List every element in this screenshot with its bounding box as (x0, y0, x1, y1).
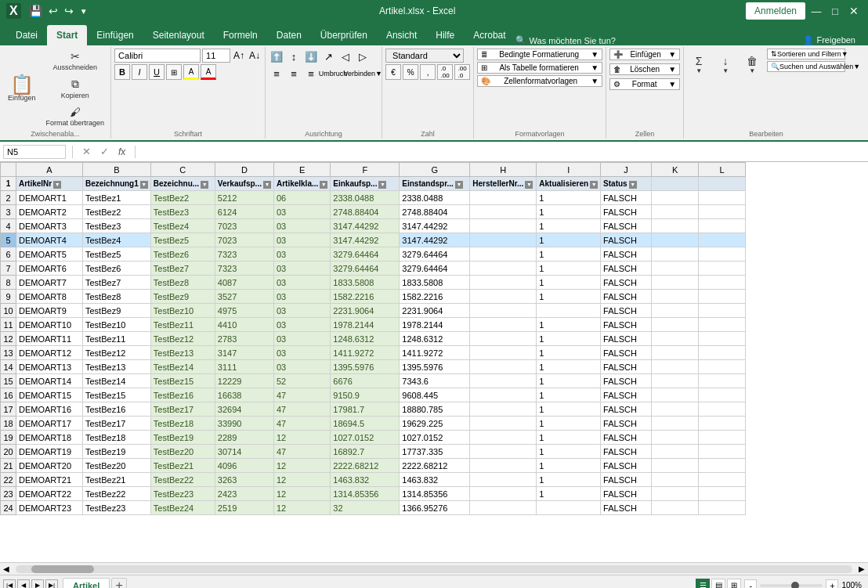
align-middle-button[interactable]: ↕ (286, 49, 302, 64)
table-cell[interactable] (699, 262, 746, 276)
scroll-thumb-h[interactable] (31, 565, 94, 573)
table-cell[interactable]: 03 (273, 219, 330, 233)
sheet-next-btn[interactable]: ▶ (31, 579, 44, 589)
col-header-C[interactable]: C (150, 163, 215, 177)
table-cell[interactable]: 1 (537, 332, 601, 346)
table-cell[interactable] (470, 374, 537, 388)
table-cell[interactable] (699, 360, 746, 374)
table-cell[interactable]: 2783 (215, 332, 273, 346)
table-cell[interactable]: FALSCH (601, 318, 652, 332)
decimal-inc-button[interactable]: .0.00 (437, 64, 453, 80)
table-cell[interactable]: FALSCH (601, 417, 652, 431)
text-direction-button[interactable]: ↗ (320, 49, 336, 64)
table-cell[interactable]: TestBez18 (83, 431, 151, 445)
table-cell[interactable] (699, 304, 746, 318)
table-cell[interactable]: 1978.2144 (331, 318, 400, 332)
table-cell[interactable]: TestBez12 (83, 346, 151, 360)
tab-start[interactable]: Start (47, 25, 87, 45)
table-cell[interactable]: TestBez10 (83, 318, 151, 332)
table-cell[interactable]: FALSCH (601, 247, 652, 262)
table-cell[interactable]: FALSCH (601, 388, 652, 402)
table-cell[interactable]: FALSCH (601, 233, 652, 247)
delete-cells-button[interactable]: 🗑 Löschen ▼ (609, 63, 680, 75)
accounting-format-button[interactable]: € (385, 64, 401, 80)
signin-button[interactable]: Anmelden (746, 2, 805, 20)
table-cell[interactable] (652, 402, 699, 417)
table-cell[interactable] (652, 219, 699, 233)
table-row[interactable]: 15DEMOART14TestBez14TestBez1512229526676… (1, 374, 746, 388)
table-cell[interactable]: 18880.785 (400, 402, 470, 417)
table-cell[interactable]: TestBez11 (150, 318, 215, 332)
formula-input[interactable] (142, 147, 865, 157)
table-cell[interactable]: DEMOART10 (16, 318, 83, 332)
table-row[interactable]: 12DEMOART11TestBez11TestBez122783031248.… (1, 332, 746, 346)
qat-dropdown-btn[interactable]: ▼ (78, 7, 89, 16)
table-cell[interactable] (652, 417, 699, 431)
tab-daten[interactable]: Daten (267, 25, 311, 45)
table-cell[interactable]: TestBez9 (150, 290, 215, 304)
table-cell[interactable]: TestBez4 (83, 233, 151, 247)
col-header-E[interactable]: E (273, 163, 330, 177)
table-cell[interactable]: 1 (537, 487, 601, 501)
table-cell[interactable]: 1248.6312 (400, 332, 470, 346)
table-cell[interactable]: 1 (537, 417, 601, 431)
table-cell[interactable] (699, 473, 746, 487)
table-cell[interactable]: 4096 (215, 459, 273, 473)
table-cell[interactable] (470, 388, 537, 402)
sheet-area[interactable]: A B C D E F G H I J K L 1 Art (0, 162, 868, 562)
table-cell[interactable] (470, 262, 537, 276)
tab-hilfe[interactable]: Hilfe (426, 25, 464, 45)
cell-styles-button[interactable]: 🎨 Zellenformatvorlagen ▼ (477, 75, 602, 87)
table-cell[interactable] (652, 332, 699, 346)
table-cell[interactable] (652, 459, 699, 473)
table-cell[interactable]: TestBez9 (83, 304, 151, 318)
new-sheet-button[interactable]: + (111, 578, 127, 589)
table-cell[interactable]: 2338.0488 (331, 191, 400, 205)
table-cell[interactable] (699, 501, 746, 515)
table-cell[interactable] (652, 501, 699, 515)
table-cell[interactable]: 3147.44292 (331, 233, 400, 247)
align-right-button[interactable]: ≡ (303, 66, 319, 81)
table-cell[interactable] (470, 360, 537, 374)
table-row[interactable]: 19DEMOART18TestBez18TestBez192289121027.… (1, 431, 746, 445)
sheet-first-btn[interactable]: |◀ (3, 579, 16, 589)
table-cell[interactable]: TestBez8 (83, 290, 151, 304)
table-cell[interactable]: 3279.64464 (331, 262, 400, 276)
table-cell[interactable]: TestBez18 (150, 417, 215, 431)
table-cell[interactable]: FALSCH (601, 219, 652, 233)
table-cell[interactable]: TestBez2 (150, 191, 215, 205)
table-cell[interactable]: TestBez7 (83, 276, 151, 290)
table-cell[interactable] (652, 473, 699, 487)
normal-view-btn[interactable]: ☰ (696, 579, 710, 589)
table-cell[interactable] (470, 346, 537, 360)
table-cell[interactable]: 03 (273, 346, 330, 360)
table-cell[interactable]: 1027.0152 (400, 431, 470, 445)
cancel-formula-icon[interactable]: ✕ (79, 146, 94, 157)
table-cell[interactable]: 32 (331, 501, 400, 515)
table-cell[interactable] (652, 262, 699, 276)
table-cell[interactable]: 1582.2216 (331, 290, 400, 304)
table-cell[interactable]: DEMOART8 (16, 290, 83, 304)
table-cell[interactable]: 4410 (215, 318, 273, 332)
table-cell[interactable] (699, 290, 746, 304)
col-header-I[interactable]: I (537, 163, 601, 177)
table-cell[interactable]: 47 (273, 417, 330, 431)
table-cell[interactable] (699, 346, 746, 360)
table-cell[interactable]: FALSCH (601, 191, 652, 205)
table-cell[interactable] (470, 304, 537, 318)
horizontal-scrollbar[interactable]: ◀ ▶ (0, 562, 868, 575)
table-cell[interactable]: 3147.44292 (400, 233, 470, 247)
table-cell[interactable]: FALSCH (601, 360, 652, 374)
table-cell[interactable]: 1 (537, 346, 601, 360)
table-cell[interactable]: 7323 (215, 247, 273, 262)
filter-j-btn[interactable]: ▼ (629, 181, 637, 189)
zoom-thumb[interactable] (791, 582, 799, 589)
redo-qat-btn[interactable]: ↪ (63, 5, 75, 17)
paste-button[interactable]: 📋 Einfügen (3, 65, 41, 112)
table-cell[interactable] (470, 431, 537, 445)
table-cell[interactable]: DEMOART23 (16, 501, 83, 515)
table-cell[interactable]: 03 (273, 290, 330, 304)
table-cell[interactable]: TestBez12 (150, 332, 215, 346)
table-cell[interactable]: TestBez16 (150, 388, 215, 402)
table-row[interactable]: 7DEMOART6TestBez6TestBez77323033279.6446… (1, 262, 746, 276)
